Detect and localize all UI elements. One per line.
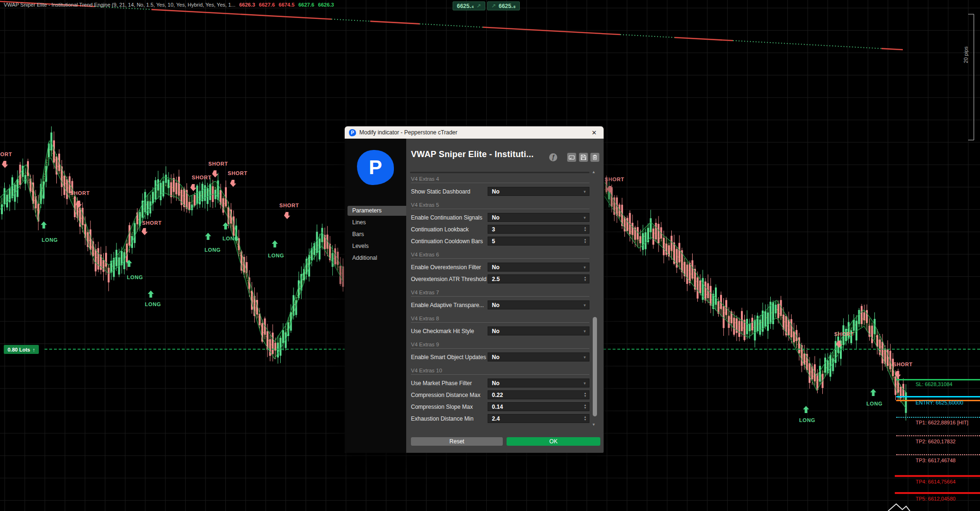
param-select-enable-adaptive-transpare[interactable]: No▾ <box>488 300 589 309</box>
signal-label-short: SHORT <box>228 170 248 176</box>
modify-indicator-dialog: P Modify indicator - Pepperstone cTrader… <box>345 126 604 453</box>
signal-label-long: LONG <box>42 237 58 243</box>
level-label-sl: SL: 6628,31084 <box>916 381 953 387</box>
param-input-compression-slope-max[interactable]: 0.14▲▼ <box>488 402 589 411</box>
param-select-enable-overextension-filter[interactable]: No▾ <box>488 263 589 272</box>
param-select-show-static-dashboard[interactable]: No▾ <box>488 187 589 196</box>
param-row: Continuation Cooldown Bars5▲▼ <box>411 237 589 246</box>
save-button[interactable] <box>579 153 588 162</box>
param-section: V4 Extras 6Enable Overextension FilterNo… <box>411 252 589 283</box>
param-input-continuation-lookback[interactable]: 3▲▼ <box>488 225 589 234</box>
sidebar-item-additional[interactable]: Additional <box>345 253 406 263</box>
param-section: V4 Extras 8Use Checkmark Hit StyleNo▾ <box>411 316 589 335</box>
arrow-up-icon: ↑ <box>33 347 36 352</box>
level-label-tp3: TP3: 6617,46748 <box>916 458 955 463</box>
signal-label-short: SHORT <box>605 176 624 182</box>
spinner-down-icon[interactable]: ▼ <box>584 419 587 421</box>
indicator-name-title: VWAP Sniper Elite - Instituti... <box>411 150 534 159</box>
param-input-compression-distance-max[interactable]: 0.22▲▼ <box>488 390 589 399</box>
vwap-mid-line <box>605 189 906 400</box>
position-lots-badge[interactable]: 0.80 Lots ↑ <box>4 345 39 354</box>
save-icon <box>580 154 587 160</box>
param-input-exhaustion-distance-min[interactable]: 2.4▲▼ <box>488 414 589 423</box>
ctrader-logo-icon: P <box>349 129 356 136</box>
signal-label-long: LONG <box>223 236 239 241</box>
rename-button[interactable] <box>567 153 576 162</box>
level-line-entry <box>896 396 980 397</box>
ok-button[interactable]: OK <box>507 437 600 446</box>
param-row: Enable Smart Object UpdatesNo▾ <box>411 352 589 361</box>
param-label-show-static-dashboard: Show Static Dashboard <box>411 188 488 195</box>
param-label-use-checkmark-hit-style: Use Checkmark Hit Style <box>411 328 488 335</box>
param-section: V4 Extras 9Enable Smart Object UpdatesNo… <box>411 342 589 361</box>
drawing-marker <box>888 504 910 511</box>
param-row: Compression Slope Max0.14▲▼ <box>411 402 589 411</box>
param-select-enable-continuation-signals[interactable]: No▾ <box>488 213 589 222</box>
level-line-tp5 <box>895 492 980 494</box>
pips-bracket <box>968 14 974 140</box>
number-spinner[interactable]: ▲▼ <box>581 404 589 409</box>
param-select-use-checkmark-hit-style[interactable]: No▾ <box>488 326 589 335</box>
spinner-down-icon[interactable]: ▼ <box>584 407 587 409</box>
sidebar-item-lines[interactable]: Lines <box>345 218 406 228</box>
dialog-title: Modify indicator - Pepperstone cTrader <box>359 129 586 136</box>
param-row: Use Checkmark Hit StyleNo▾ <box>411 326 589 335</box>
delete-button[interactable] <box>590 153 599 162</box>
sidebar-item-parameters[interactable]: Parameters <box>347 206 406 216</box>
dialog-main-panel: VWAP Sniper Elite - Instituti... ƒ <box>406 139 604 453</box>
param-section: V4 Extras 10Use Market Phase FilterNo▾Co… <box>411 368 589 423</box>
number-spinner[interactable]: ▲▼ <box>581 392 589 397</box>
chevron-down-icon: ▾ <box>580 265 589 270</box>
function-icon[interactable]: ƒ <box>549 153 557 161</box>
param-value: No <box>488 188 580 195</box>
sidebar-item-bars[interactable]: Bars <box>345 229 406 239</box>
param-select-enable-smart-object-updates[interactable]: No▾ <box>488 352 589 361</box>
number-spinner[interactable]: ▲▼ <box>581 238 589 244</box>
param-label-enable-smart-object-updates: Enable Smart Object Updates <box>411 354 488 361</box>
param-row: Compression Distance Max0.22▲▼ <box>411 390 589 399</box>
signal-label-long: LONG <box>799 417 815 423</box>
level-label-tp5: TP5: 6612,04580 <box>916 496 955 502</box>
param-label-continuation-lookback: Continuation Lookback <box>411 226 488 233</box>
signal-label-long: LONG <box>145 301 161 307</box>
param-select-use-market-phase-filter[interactable]: No▾ <box>488 379 589 388</box>
bid-price: 6625. <box>457 3 471 9</box>
param-row: Continuation Lookback3▲▼ <box>411 225 589 234</box>
scroll-down-button[interactable]: ▼ <box>592 423 596 427</box>
signal-label-short: SHORT <box>70 190 90 196</box>
param-row: Enable Overextension FilterNo▾ <box>411 263 589 272</box>
spinner-down-icon[interactable]: ▼ <box>584 395 587 397</box>
spinner-down-icon[interactable]: ▼ <box>584 229 587 232</box>
level-line-tp2 <box>896 435 980 436</box>
vwap-band-upper <box>605 182 906 392</box>
param-row: Use Market Phase FilterNo▾ <box>411 379 589 388</box>
ask-price: 6625. <box>499 3 513 9</box>
spinner-down-icon[interactable]: ▼ <box>584 241 587 244</box>
signal-label-short: SHORT <box>834 331 854 337</box>
param-input-continuation-cooldown-bars[interactable]: 5▲▼ <box>488 237 589 246</box>
number-spinner[interactable]: ▲▼ <box>581 416 589 421</box>
signal-label-long: LONG <box>205 247 221 253</box>
pepperstone-logo: P <box>357 150 394 185</box>
level-label-tp4: TP4: 6614,75664 <box>916 479 955 485</box>
chevron-down-icon: ▾ <box>580 355 589 360</box>
number-spinner[interactable]: ▲▼ <box>581 227 589 232</box>
scroll-up-button[interactable]: ▲ <box>592 170 596 174</box>
signal-label-short: SHORT <box>279 203 299 208</box>
sidebar-item-levels[interactable]: Levels <box>345 241 406 251</box>
param-input-overextension-atr-threshold[interactable]: 2.5▲▼ <box>488 274 589 283</box>
indicator-value-4: 6626.3 <box>318 2 334 8</box>
header-divider <box>410 172 589 173</box>
dialog-sidebar: P ParametersLinesBarsLevelsAdditional <box>345 139 406 453</box>
level-label-entry: ENTRY: 6625,60000 <box>916 400 963 405</box>
param-label-continuation-cooldown-bars: Continuation Cooldown Bars <box>411 238 488 245</box>
param-label-enable-overextension-filter: Enable Overextension Filter <box>411 264 488 271</box>
section-title: V4 Extras 6 <box>411 252 589 259</box>
close-button[interactable]: ✕ <box>589 129 599 136</box>
scrollbar-thumb[interactable] <box>593 317 597 416</box>
param-row: Show Static DashboardNo▾ <box>411 187 589 196</box>
number-spinner[interactable]: ▲▼ <box>581 276 589 282</box>
reset-button[interactable]: Reset <box>411 437 503 446</box>
dialog-titlebar[interactable]: P Modify indicator - Pepperstone cTrader… <box>345 126 604 139</box>
spinner-down-icon[interactable]: ▼ <box>584 279 587 282</box>
